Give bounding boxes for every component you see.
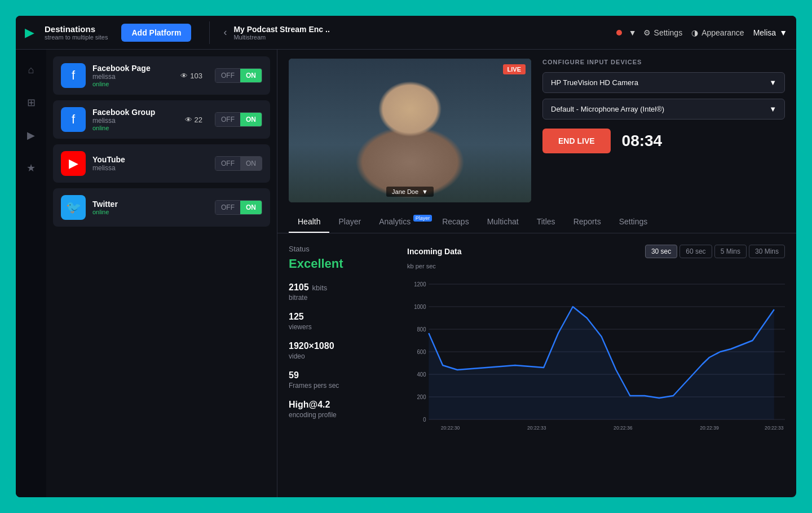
camera-dropdown[interactable]: HP TrueVision HD Camera ▼ [542,72,785,93]
name-badge-chevron: ▼ [422,188,428,195]
config-label: CONFIGURE INPUT DEVICES [542,59,785,65]
youtube-icon: ▶ [61,151,86,176]
viewers-value: 125 [289,312,390,322]
encoding-value: High@4.2 [289,400,390,410]
toggle-on-button[interactable]: ON [240,201,262,214]
add-platform-button[interactable]: Add Platform [121,24,191,42]
microphone-chevron-icon: ▼ [769,105,776,113]
chart-y-label: kb per sec [407,263,785,269]
twitter-toggle[interactable]: OFF ON [215,200,262,215]
appearance-nav-button[interactable]: ◑ Appearance [691,28,744,37]
svg-text:400: 400 [417,372,426,378]
appearance-nav-icon: ◑ [691,28,698,37]
end-live-button[interactable]: END LIVE [542,129,611,153]
toggle-on-button[interactable]: ON [240,69,262,82]
youtube-info: YouTube melissa [92,155,208,172]
twitter-info: Twitter online [92,200,208,215]
stream-info: My Podcast Stream Enc .. Multistream [233,25,609,41]
time-30mins-button[interactable]: 30 Mins [749,245,785,258]
tab-player-label: Player [338,217,361,226]
user-menu-button[interactable]: Melisa ▼ [753,28,787,37]
tab-settings-label: Settings [619,217,648,226]
time-60sec-button[interactable]: 60 sec [679,245,712,258]
toggle-off-button[interactable]: OFF [215,69,240,82]
bitrate-number: 2105 [289,282,309,293]
user-dropdown-icon: ▼ [779,28,787,37]
bitrate-value-row: 2105 kbits [289,282,390,293]
svg-text:20:22:33: 20:22:33 [527,425,546,431]
svg-text:1200: 1200 [414,281,426,288]
tab-recaps[interactable]: Recaps [433,211,478,233]
toggle-on-button[interactable]: ON [240,157,262,170]
video-stat: 1920×1080 video [289,341,390,360]
tab-recaps-label: Recaps [442,217,469,226]
status-label: Status [289,245,390,253]
chart-time-controls: 30 sec 60 sec 5 Mins 30 Mins [645,245,785,258]
config-panel: CONFIGURE INPUT DEVICES HP TrueVision HD… [542,59,785,202]
status-value: Excellent [289,256,390,271]
eye-icon: 👁 [185,116,192,124]
stream-dropdown-button[interactable]: ▼ [629,28,637,37]
video-value: 1920×1080 [289,341,390,351]
viewers-label: viewers [289,323,390,331]
facebook-group-icon: f [61,107,86,132]
live-badge: LIVE [503,64,526,74]
tab-settings[interactable]: Settings [610,211,657,233]
back-button[interactable]: ‹ [223,26,227,38]
stream-subtitle: Multistream [233,34,609,41]
destinations-header: Destinations stream to multiple sites [45,24,108,41]
camera-name: HP TrueVision HD Camera [551,78,638,87]
svg-text:800: 800 [417,326,426,333]
settings-nav-icon: ⚙ [643,28,651,37]
sidebar-item-video[interactable]: ▶ [24,126,38,145]
tab-titles[interactable]: Titles [528,211,564,233]
tabs-bar: Health Player Analytics Player Recaps Mu… [277,211,796,233]
facebook-group-info: Facebook Group melissa online [92,108,178,131]
svg-text:20:22:36: 20:22:36 [614,425,633,431]
list-item: ▶ YouTube melissa OFF ON [53,144,270,183]
facebook-page-name: Facebook Page [92,64,174,73]
toggle-off-button[interactable]: OFF [215,113,240,126]
tab-multichat[interactable]: Multichat [478,211,528,233]
youtube-user: melissa [92,164,208,172]
toggle-off-button[interactable]: OFF [215,157,240,170]
svg-text:0: 0 [423,417,426,423]
time-5mins-button[interactable]: 5 Mins [714,245,747,258]
facebook-group-toggle[interactable]: OFF ON [215,112,262,127]
tab-analytics[interactable]: Analytics Player [370,211,433,233]
stream-title: My Podcast Stream Enc .. [233,25,609,34]
facebook-group-status: online [92,125,178,131]
sidebar-item-star[interactable]: ★ [23,158,39,178]
tab-multichat-label: Multichat [487,217,519,226]
tab-health-label: Health [298,217,320,226]
svg-text:1000: 1000 [414,304,426,310]
chart-svg-container: 1200 1000 800 600 400 200 0 20:22:30 20:… [407,273,785,431]
microphone-dropdown[interactable]: Default - Microphone Array (Intel®) ▼ [542,99,785,120]
facebook-page-toggle[interactable]: OFF ON [215,68,262,83]
tab-player[interactable]: Player [329,211,370,233]
sidebar-item-home[interactable]: ⌂ [25,61,38,79]
sidebar-item-grid[interactable]: ⊞ [24,93,39,112]
settings-nav-button[interactable]: ⚙ Settings [643,28,683,37]
list-item: f Facebook Page melissa online 👁 103 OFF… [53,56,270,95]
sidebar: ⌂ ⊞ ▶ ★ [16,50,46,497]
video-preview: LIVE Jane Doe ▼ [289,59,531,202]
fps-stat: 59 Frames pers sec [289,370,390,390]
appearance-nav-label: Appearance [701,28,744,37]
tab-health[interactable]: Health [289,211,329,233]
facebook-page-status: online [92,81,174,87]
health-stats: Status Excellent 2105 kbits bitrate 125 … [289,245,390,486]
toggle-on-button[interactable]: ON [240,113,262,126]
svg-text:600: 600 [417,349,426,355]
toggle-off-button[interactable]: OFF [215,201,240,214]
list-item: f Facebook Group melissa online 👁 22 OFF… [53,100,270,139]
svg-text:20:22:33: 20:22:33 [765,425,784,431]
time-30sec-button[interactable]: 30 sec [645,245,677,258]
facebook-group-viewers: 👁 22 [185,116,202,124]
user-name-label: Melisa [753,28,776,37]
tab-reports[interactable]: Reports [564,211,610,233]
tab-titles-label: Titles [537,217,555,226]
youtube-name: YouTube [92,155,208,164]
svg-marker-19 [429,307,774,419]
youtube-toggle[interactable]: OFF ON [215,156,262,171]
